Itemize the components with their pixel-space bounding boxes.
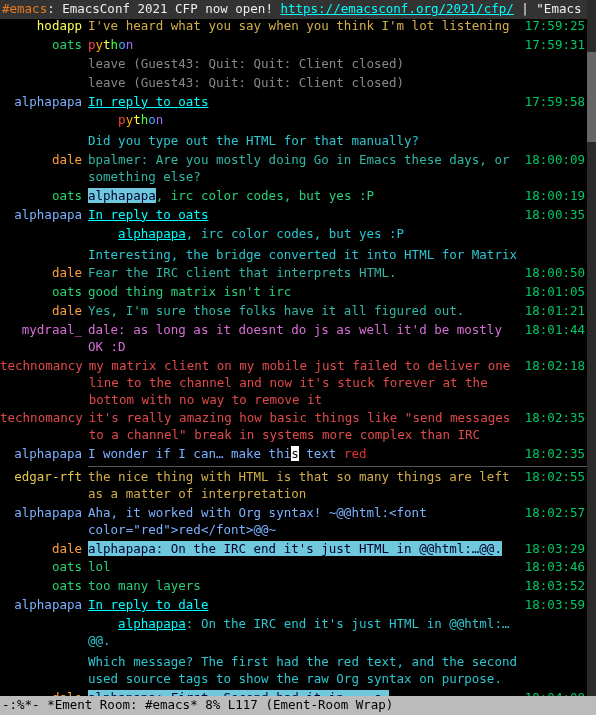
message-timestamp: 18:01:05 <box>525 284 587 301</box>
message-row: Which message? The first had the red tex… <box>0 653 587 689</box>
message-nick: dale <box>0 265 88 282</box>
message-row: mydraal_dale: as long as it doesnt do js… <box>0 321 587 357</box>
message-body: Did you type out the HTML for that manua… <box>88 133 527 150</box>
message-nick: mydraal_ <box>0 322 88 356</box>
message-row: hodappI've heard what you say when you t… <box>0 17 587 36</box>
message-nick: oats <box>0 37 88 54</box>
message-nick: dale <box>0 152 88 186</box>
message-body: Aha, it worked with Org syntax! ~@@html:… <box>88 505 525 539</box>
message-nick: dale <box>0 303 88 320</box>
message-row: Interesting, the bridge converted it int… <box>0 246 587 265</box>
message-row: edgar-rftthe nice thing with HTML is tha… <box>0 468 587 504</box>
message-row: oatsgood thing matrix isn't irc18:01:05 <box>0 283 587 302</box>
message-row: daleFear the IRC client that interprets … <box>0 264 587 283</box>
message-timestamp: 18:00:19 <box>525 188 587 205</box>
message-timestamp <box>527 56 587 73</box>
message-body: I wonder if I can… make this text red <box>88 446 525 463</box>
message-nick <box>0 247 88 264</box>
message-nick <box>0 616 88 650</box>
message-body: Yes, I'm sure those folks have it all fi… <box>88 303 525 320</box>
message-nick: oats <box>0 578 88 595</box>
message-row: alphapapaIn reply to dale18:03:59 <box>0 596 587 615</box>
topic-url[interactable]: https://emacsconf.org/2021/cfp/ <box>280 1 513 16</box>
message-nick: oats <box>0 559 88 576</box>
message-timestamp <box>527 247 587 264</box>
message-row: alphapapaI wonder if I can… make this te… <box>0 445 587 464</box>
message-timestamp <box>527 133 587 150</box>
message-nick: alphapapa <box>0 94 88 111</box>
message-timestamp: 18:02:35 <box>525 446 587 463</box>
message-body: leave (Guest43: Quit: Quit: Client close… <box>88 75 527 92</box>
message-timestamp: 17:59:58 <box>525 94 587 111</box>
message-body: my matrix client on my mobile just faile… <box>89 358 525 409</box>
mode-line: -:%*- *Ement Room: #emacs* 8% L117 (Emen… <box>0 696 596 715</box>
scrollbar-thumb[interactable] <box>587 52 596 142</box>
topic-suffix: | "Emacs is a co <box>514 1 596 16</box>
message-row: oatsalphapapa, irc color codes, but yes … <box>0 187 587 206</box>
message-body: alphapapa, irc color codes, but yes :P <box>88 188 525 205</box>
message-timestamp: 18:02:57 <box>525 505 587 539</box>
scrollbar-track[interactable] <box>587 0 596 698</box>
message-row: alphapapaAha, it worked with Org syntax!… <box>0 504 587 540</box>
message-timestamp: 18:02:55 <box>525 469 587 503</box>
message-body: lol <box>88 559 525 576</box>
message-timestamp: 18:03:59 <box>525 597 587 614</box>
message-timestamp: 18:02:35 <box>525 410 587 444</box>
message-nick <box>0 654 88 688</box>
message-nick: technomancy <box>0 410 89 444</box>
message-body: the nice thing with HTML is that so many… <box>88 469 525 503</box>
message-nick: alphapapa <box>0 207 88 224</box>
message-body: Interesting, the bridge converted it int… <box>88 247 527 264</box>
message-timestamp: 17:59:31 <box>525 37 587 54</box>
message-timestamp: 18:00:50 <box>525 265 587 282</box>
message-timestamp <box>527 112 587 129</box>
message-body: bpalmer: Are you mostly doing Go in Emac… <box>88 152 525 186</box>
message-nick <box>0 56 88 73</box>
message-row: python <box>0 111 587 130</box>
message-body: In reply to oats <box>88 94 525 111</box>
message-timestamp: 18:01:44 <box>525 322 587 356</box>
message-timestamp: 18:03:46 <box>525 559 587 576</box>
message-timestamp: 18:00:09 <box>525 152 587 186</box>
message-nick: hodapp <box>0 18 88 35</box>
message-body: alphapapa, irc color codes, but yes :P <box>88 226 527 243</box>
message-row: technomancymy matrix client on my mobile… <box>0 357 587 410</box>
message-timestamp: 18:00:35 <box>525 207 587 224</box>
message-row: leave (Guest43: Quit: Quit: Client close… <box>0 55 587 74</box>
channel-name: #emacs <box>2 1 47 16</box>
message-timestamp: 17:59:25 <box>525 18 587 35</box>
message-nick <box>0 133 88 150</box>
message-body: Fear the IRC client that interprets HTML… <box>88 265 525 282</box>
message-timestamp <box>527 654 587 688</box>
message-row: alphapapaIn reply to oats17:59:58 <box>0 93 587 112</box>
message-list: hodappI've heard what you say when you t… <box>0 17 587 698</box>
message-timestamp: 18:01:21 <box>525 303 587 320</box>
message-body: too many layers <box>88 578 525 595</box>
message-row: Did you type out the HTML for that manua… <box>0 132 587 151</box>
message-nick: dale <box>0 541 88 558</box>
message-body: In reply to oats <box>88 207 525 224</box>
message-body: dale: as long as it doesnt do js as well… <box>88 322 525 356</box>
message-timestamp <box>527 226 587 243</box>
message-nick <box>0 112 88 129</box>
message-row: dalebpalmer: Are you mostly doing Go in … <box>0 151 587 187</box>
message-body: alphapapa: On the IRC end it's just HTML… <box>88 541 525 558</box>
message-nick: alphapapa <box>0 505 88 539</box>
message-body: alphapapa: On the IRC end it's just HTML… <box>88 616 527 650</box>
message-body: python <box>88 37 525 54</box>
topic-prefix: : EmacsConf 2021 CFP now open! <box>47 1 280 16</box>
message-timestamp <box>527 616 587 650</box>
message-row: alphapapaIn reply to oats18:00:35 <box>0 206 587 225</box>
message-timestamp: 18:03:29 <box>525 541 587 558</box>
message-nick: technomancy <box>0 358 89 409</box>
message-row: oatspython17:59:31 <box>0 36 587 55</box>
message-nick <box>0 75 88 92</box>
message-row: oatstoo many layers18:03:52 <box>0 577 587 596</box>
message-row: alphapapa, irc color codes, but yes :P <box>0 225 587 244</box>
message-nick: oats <box>0 284 88 301</box>
message-nick: alphapapa <box>0 446 88 463</box>
message-body: it's really amazing how basic things lik… <box>89 410 525 444</box>
message-timestamp: 18:03:52 <box>525 578 587 595</box>
message-body: python <box>88 112 527 129</box>
message-body: I've heard what you say when you think I… <box>88 18 525 35</box>
